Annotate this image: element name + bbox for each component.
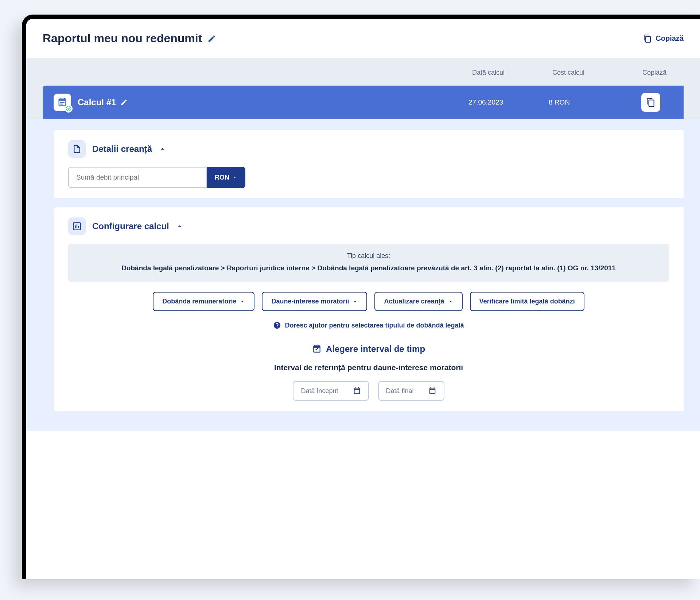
column-header-copy: Copiază <box>633 69 676 77</box>
check-icon <box>66 106 71 111</box>
calendar-icon <box>428 387 436 395</box>
calendar-check-icon <box>312 344 322 354</box>
date-inputs-row: Dată început Dată final <box>68 381 669 401</box>
verificare-dropdown[interactable]: Verificare limită legală dobânzi <box>470 292 584 311</box>
column-header-cost: Cost calcul <box>552 69 633 77</box>
date-end-label: Dată final <box>386 387 414 395</box>
header-bar: Raportul meu nou redenumit Copiază <box>26 19 700 58</box>
column-headers: Dată calcul Cost calcul Copiază <box>43 69 684 86</box>
calc-type-info: Tip calcul ales: Dobânda legală penaliza… <box>68 244 669 282</box>
help-text: Doresc ajutor pentru selectarea tipului … <box>285 322 464 329</box>
config-header[interactable]: Configurare calcul <box>68 217 669 235</box>
copy-report-button[interactable]: Copiază <box>643 34 684 43</box>
actualizare-dropdown[interactable]: Actualizare creanță <box>374 292 462 311</box>
question-icon <box>273 321 281 329</box>
details-section-title: Detalii creanță <box>92 144 152 154</box>
calculation-title-cell: Calcul #1 <box>78 97 468 107</box>
btn-label: Dobânda remuneratorie <box>162 298 236 305</box>
copy-calculation-button[interactable] <box>641 93 660 112</box>
principal-amount-input[interactable] <box>68 167 207 188</box>
help-link[interactable]: Doresc ajutor pentru selectarea tipului … <box>68 321 669 329</box>
device-frame: Raportul meu nou redenumit Copiază Dată … <box>22 15 700 579</box>
currency-selector[interactable]: RON <box>207 167 245 188</box>
amount-input-row: RON <box>68 167 669 188</box>
remuneratorie-dropdown[interactable]: Dobânda remuneratorie <box>153 292 254 311</box>
calculation-copy-cell <box>629 93 673 112</box>
date-start-input[interactable]: Dată început <box>293 381 369 401</box>
pencil-icon <box>207 34 216 43</box>
edit-title-button[interactable] <box>207 34 216 43</box>
btn-label: Daune-interese moratorii <box>271 298 349 305</box>
reference-interval-title: Interval de referință pentru daune-inter… <box>68 363 669 372</box>
info-text: Dobânda legală penalizatoare > Raporturi… <box>79 263 658 274</box>
currency-label: RON <box>215 174 229 181</box>
chevron-up-icon <box>176 222 184 230</box>
copy-label: Copiază <box>656 34 684 43</box>
details-section: Detalii creanță RON Configura <box>26 119 700 431</box>
caret-down-icon <box>353 299 358 304</box>
calculation-cost: 8 RON <box>549 98 629 106</box>
document-icon <box>72 144 82 154</box>
calc-type-buttons: Dobânda remuneratorie Daune-interese mor… <box>68 292 669 311</box>
chevron-up-icon <box>159 145 167 153</box>
config-card: Configurare calcul Tip calcul ales: Dobâ… <box>54 207 684 411</box>
page-title: Raportul meu nou redenumit <box>43 32 202 45</box>
caret-down-icon <box>240 299 245 304</box>
time-section-title: Alegere interval de timp <box>68 344 669 354</box>
check-badge <box>65 105 73 113</box>
col-name-spacer <box>50 69 472 77</box>
calculations-list: Dată calcul Cost calcul Copiază Calcul #… <box>26 58 700 119</box>
calculation-icon-wrap <box>54 94 71 111</box>
details-card: Detalii creanță RON <box>54 130 684 198</box>
btn-label: Verificare limită legală dobânzi <box>479 298 575 305</box>
config-section-title: Configurare calcul <box>92 221 169 231</box>
time-title: Alegere interval de timp <box>326 344 425 354</box>
date-end-input[interactable]: Dată final <box>378 381 444 401</box>
column-header-date: Dată calcul <box>472 69 552 77</box>
details-header[interactable]: Detalii creanță <box>68 140 669 158</box>
caret-down-icon <box>448 299 453 304</box>
daune-dropdown[interactable]: Daune-interese moratorii <box>262 292 367 311</box>
calendar-icon <box>353 387 361 395</box>
info-label: Tip calcul ales: <box>79 252 658 260</box>
copy-icon <box>643 34 652 43</box>
title-row: Raportul meu nou redenumit <box>43 32 216 45</box>
chart-icon <box>72 221 82 231</box>
details-icon-box <box>68 140 86 158</box>
copy-icon <box>646 98 656 107</box>
date-start-label: Dată început <box>301 387 338 395</box>
app-content: Raportul meu nou redenumit Copiază Dată … <box>26 19 700 431</box>
caret-down-icon <box>232 175 237 180</box>
calculation-date: 27.06.2023 <box>468 98 549 106</box>
config-icon-box <box>68 217 86 235</box>
btn-label: Actualizare creanță <box>384 298 444 305</box>
calculation-row[interactable]: Calcul #1 27.06.2023 8 RON <box>43 86 684 119</box>
calculation-title: Calcul #1 <box>78 97 116 107</box>
pencil-icon[interactable] <box>120 99 128 106</box>
